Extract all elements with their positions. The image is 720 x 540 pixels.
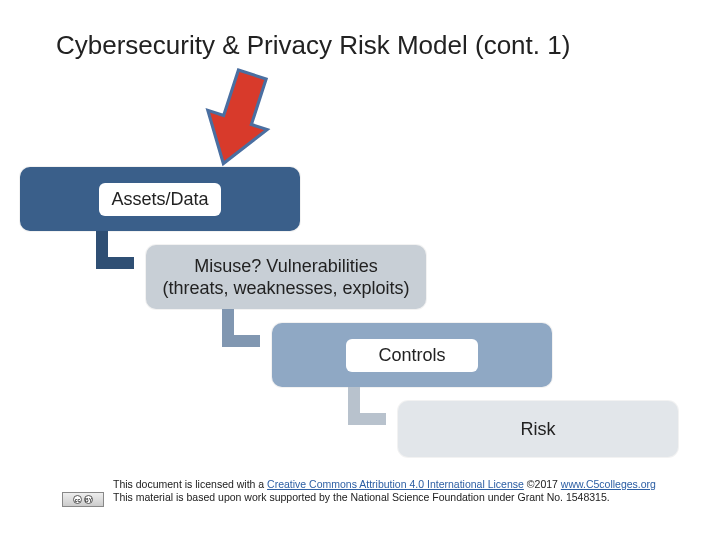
box-assets: Assets/Data — [20, 167, 300, 231]
footer-prefix: This document is licensed with a — [113, 478, 267, 490]
box-assets-label: Assets/Data — [99, 183, 220, 216]
box-risk: Risk — [398, 401, 678, 457]
slide-title: Cybersecurity & Privacy Risk Model (cont… — [56, 30, 570, 61]
box-misuse-line1: Misuse? Vulnerabilities — [194, 255, 377, 278]
box-risk-label: Risk — [521, 419, 556, 440]
footer-suffix: This material is based upon work support… — [113, 491, 610, 503]
box-misuse: Misuse? Vulnerabilities (threats, weakne… — [146, 245, 426, 309]
license-link[interactable]: Creative Commons Attribution 4.0 Interna… — [267, 478, 524, 490]
box-controls-label: Controls — [346, 339, 477, 372]
site-link[interactable]: www.C5colleges.org — [561, 478, 656, 490]
cc-by-badge-icon: ccBY — [62, 492, 104, 507]
connector-2 — [222, 309, 260, 347]
connector-1 — [96, 231, 134, 269]
footer-license-text: This document is licensed with a Creativ… — [113, 478, 673, 504]
down-arrow-icon — [186, 59, 289, 181]
box-controls: Controls — [272, 323, 552, 387]
box-misuse-line2: (threats, weaknesses, exploits) — [162, 277, 409, 300]
connector-3 — [348, 387, 386, 425]
footer-mid: ©2017 — [524, 478, 561, 490]
